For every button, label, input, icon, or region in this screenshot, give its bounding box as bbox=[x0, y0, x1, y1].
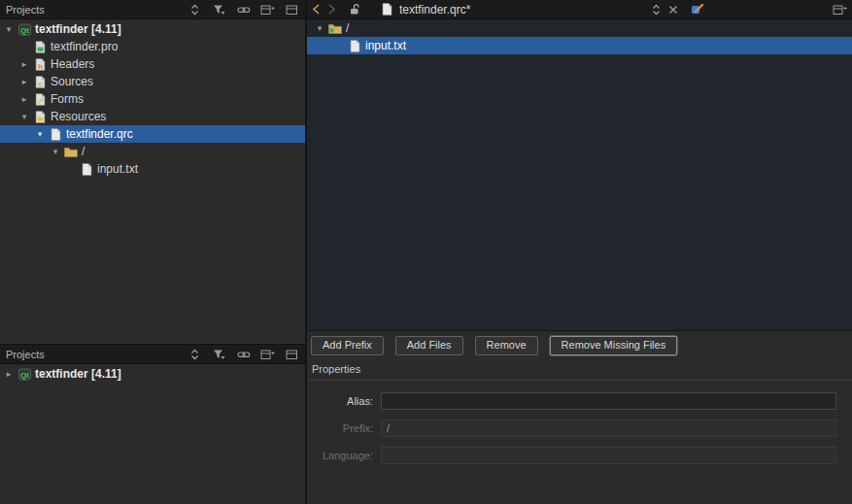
resource-prefix-folder-icon bbox=[326, 22, 344, 34]
tree-item-label: input.txt bbox=[95, 162, 138, 176]
panel-header-toolbar bbox=[187, 3, 299, 17]
chevron-down-icon[interactable] bbox=[33, 125, 47, 143]
document-dropdown-icon[interactable] bbox=[651, 2, 662, 17]
chevron-down-icon[interactable] bbox=[49, 143, 62, 160]
tree-item-label: textfinder [4.11] bbox=[33, 22, 121, 36]
tree-item-label: input.txt bbox=[363, 39, 406, 52]
tree-item-label: Headers bbox=[49, 57, 94, 71]
project-tree-secondary: Qt textfinder [4.11] bbox=[0, 364, 305, 383]
add-files-button[interactable]: Add Files bbox=[395, 336, 463, 355]
qt-project-icon: Qt bbox=[16, 23, 33, 36]
chevron-right-icon[interactable] bbox=[17, 90, 31, 108]
split-panel-icon[interactable] bbox=[260, 3, 275, 17]
panel-header-toolbar bbox=[187, 348, 299, 361]
resource-tree: / input.txt bbox=[307, 19, 852, 330]
file-icon bbox=[78, 163, 95, 176]
tree-item-label: Resources bbox=[49, 110, 106, 123]
prefix-label: Prefix: bbox=[311, 422, 373, 434]
sync-selection-icon[interactable] bbox=[187, 3, 202, 17]
tree-item-forms[interactable]: Forms bbox=[0, 90, 305, 108]
back-icon[interactable] bbox=[312, 2, 321, 17]
designer-icon[interactable] bbox=[691, 2, 704, 17]
tree-item-sources[interactable]: c Sources bbox=[0, 73, 305, 90]
filter-icon[interactable] bbox=[212, 348, 226, 361]
projects-panel-header: Projects bbox=[0, 345, 305, 364]
editor-toolbar: textfinder.qrc* bbox=[307, 0, 852, 19]
tree-item-label: / bbox=[80, 145, 85, 158]
document-icon bbox=[382, 2, 392, 17]
add-prefix-button[interactable]: Add Prefix bbox=[311, 336, 384, 355]
link-with-editor-icon[interactable] bbox=[236, 348, 251, 361]
tree-item-qrc-file[interactable]: textfinder.qrc bbox=[0, 125, 305, 143]
chevron-right-icon[interactable] bbox=[2, 365, 16, 383]
panel-title: Projects bbox=[6, 349, 45, 360]
qrc-file-icon bbox=[47, 128, 64, 141]
alias-label: Alias: bbox=[311, 395, 373, 407]
link-with-editor-icon[interactable] bbox=[236, 3, 251, 17]
remove-button[interactable]: Remove bbox=[475, 336, 538, 355]
filter-icon[interactable] bbox=[212, 3, 226, 17]
tree-item-resources[interactable]: Resources bbox=[0, 108, 305, 125]
projects-panel-secondary: Projects bbox=[0, 344, 305, 504]
close-document-icon[interactable] bbox=[668, 2, 678, 17]
forms-folder-icon bbox=[31, 93, 49, 106]
tree-item-input-txt[interactable]: input.txt bbox=[0, 160, 305, 178]
tree-item-pro-file[interactable]: textfinder.pro bbox=[0, 38, 305, 55]
chevron-right-icon[interactable] bbox=[17, 73, 31, 90]
folder-icon bbox=[62, 146, 80, 157]
sync-selection-icon[interactable] bbox=[187, 348, 202, 361]
chevron-right-icon[interactable] bbox=[17, 55, 31, 73]
chevron-down-icon[interactable] bbox=[17, 108, 31, 125]
alias-input[interactable] bbox=[381, 392, 836, 410]
tree-item-project-root[interactable]: Qt textfinder [4.11] bbox=[0, 20, 305, 38]
resources-folder-icon bbox=[31, 111, 49, 123]
remove-missing-files-button[interactable]: Remove Missing Files bbox=[550, 336, 678, 355]
forward-icon[interactable] bbox=[327, 2, 336, 17]
tree-item-headers[interactable]: h Headers bbox=[0, 55, 305, 73]
resource-buttons: Add Prefix Add Files Remove Remove Missi… bbox=[311, 336, 852, 355]
project-tree: Qt textfinder [4.11] textfinder.pro h bbox=[0, 19, 305, 178]
tree-item-resource-prefix[interactable]: / bbox=[307, 19, 852, 37]
svg-text:Qt: Qt bbox=[20, 25, 29, 34]
language-label: Language: bbox=[311, 450, 373, 461]
projects-panel: Projects bbox=[0, 0, 305, 344]
language-input bbox=[381, 447, 836, 464]
svg-text:c: c bbox=[38, 80, 43, 88]
headers-folder-icon: h bbox=[31, 58, 49, 71]
resource-editor-footer: Add Prefix Add Files Remove Remove Missi… bbox=[307, 330, 852, 504]
tree-item-label: textfinder [4.11] bbox=[33, 367, 121, 381]
close-panel-icon[interactable] bbox=[285, 3, 299, 17]
open-document-title[interactable]: textfinder.qrc* bbox=[399, 3, 562, 17]
svg-text:Qt: Qt bbox=[20, 370, 29, 379]
properties-form: Alias: Prefix: Language: bbox=[311, 392, 836, 464]
tree-item-label: Sources bbox=[49, 75, 93, 88]
tree-item-label: textfinder.pro bbox=[49, 40, 118, 53]
split-editor-icon[interactable] bbox=[833, 2, 847, 17]
qt-project-icon: Qt bbox=[16, 368, 33, 381]
tree-item-label: Forms bbox=[49, 92, 84, 106]
chevron-down-icon[interactable] bbox=[2, 20, 16, 38]
tree-item-label: / bbox=[344, 21, 349, 35]
qt-creator-window: Projects bbox=[0, 0, 852, 504]
tree-item-prefix-root[interactable]: / bbox=[0, 143, 305, 160]
resource-editor: textfinder.qrc* / bbox=[307, 0, 852, 504]
tree-item-label: textfinder.qrc bbox=[64, 127, 133, 141]
panel-title: Projects bbox=[6, 4, 45, 16]
projects-panel-header: Projects bbox=[0, 0, 305, 19]
close-panel-icon[interactable] bbox=[285, 348, 299, 361]
properties-section-title: Properties bbox=[307, 363, 852, 381]
unlock-icon[interactable] bbox=[349, 2, 361, 17]
tree-item-project-root[interactable]: Qt textfinder [4.11] bbox=[0, 365, 305, 383]
chevron-down-icon[interactable] bbox=[313, 19, 326, 37]
left-sidebar: Projects bbox=[0, 0, 307, 504]
sources-folder-icon: c bbox=[31, 76, 49, 88]
svg-text:h: h bbox=[38, 62, 43, 71]
split-panel-icon[interactable] bbox=[260, 348, 275, 361]
prefix-input bbox=[381, 420, 836, 437]
tree-item-resource-file[interactable]: input.txt bbox=[307, 37, 852, 54]
pro-file-icon bbox=[31, 41, 49, 53]
file-icon bbox=[346, 40, 363, 52]
